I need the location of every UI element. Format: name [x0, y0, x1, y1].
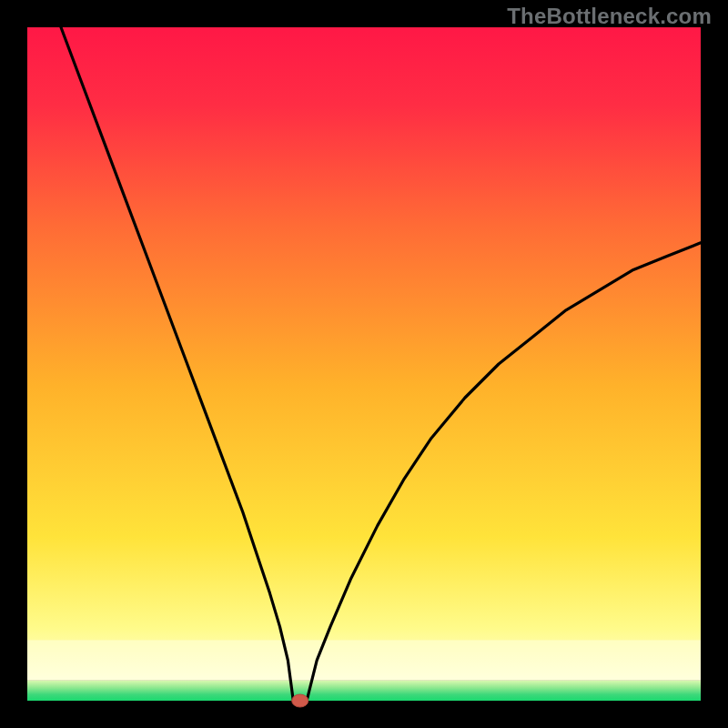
- optimal-marker: [292, 694, 308, 707]
- svg-rect-1: [27, 640, 701, 680]
- watermark-text: TheBottleneck.com: [507, 4, 712, 29]
- chart-frame: TheBottleneck.com: [0, 0, 728, 728]
- svg-rect-0: [27, 27, 701, 681]
- plot-area: [27, 27, 701, 707]
- svg-rect-2: [27, 681, 701, 701]
- bottleneck-chart: [0, 0, 728, 728]
